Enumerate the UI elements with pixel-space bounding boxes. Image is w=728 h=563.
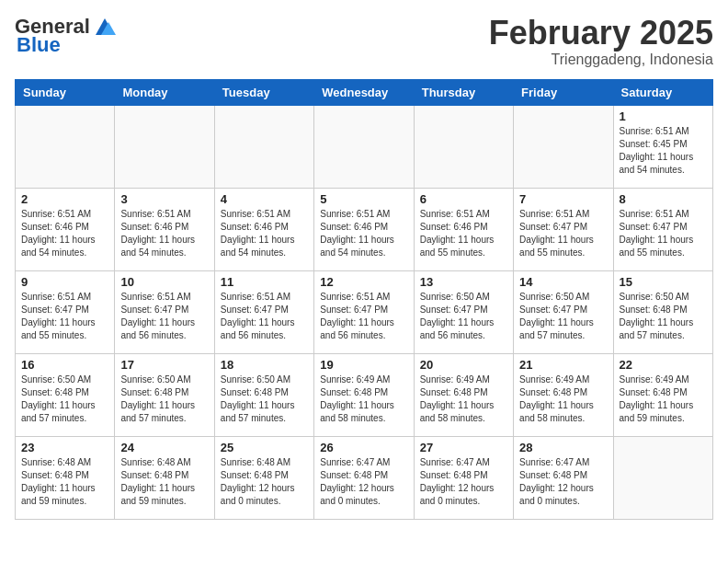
calendar: SundayMondayTuesdayWednesdayThursdayFrid… <box>15 79 713 520</box>
day-number: 3 <box>120 192 208 206</box>
day-info: Sunrise: 6:48 AM Sunset: 6:48 PM Dayligh… <box>21 456 108 508</box>
day-number: 16 <box>21 358 108 372</box>
day-info: Sunrise: 6:51 AM Sunset: 6:47 PM Dayligh… <box>620 208 707 259</box>
weekday-header-saturday: Saturday <box>613 79 712 105</box>
weekday-header-sunday: Sunday <box>16 79 115 105</box>
weekday-header-monday: Monday <box>115 79 214 105</box>
day-info: Sunrise: 6:47 AM Sunset: 6:48 PM Dayligh… <box>420 456 507 508</box>
day-info: Sunrise: 6:49 AM Sunset: 6:48 PM Dayligh… <box>320 373 407 425</box>
day-info: Sunrise: 6:51 AM Sunset: 6:45 PM Dayligh… <box>620 125 707 177</box>
day-info: Sunrise: 6:51 AM Sunset: 6:46 PM Dayligh… <box>320 208 407 259</box>
day-info: Sunrise: 6:51 AM Sunset: 6:47 PM Dayligh… <box>320 291 407 342</box>
day-number: 17 <box>120 358 208 372</box>
day-number: 6 <box>420 192 507 206</box>
day-info: Sunrise: 6:50 AM Sunset: 6:47 PM Dayligh… <box>519 291 607 342</box>
calendar-cell: 25Sunrise: 6:48 AM Sunset: 6:48 PM Dayli… <box>214 436 313 519</box>
calendar-cell: 12Sunrise: 6:51 AM Sunset: 6:47 PM Dayli… <box>314 270 414 353</box>
calendar-cell: 11Sunrise: 6:51 AM Sunset: 6:47 PM Dayli… <box>214 270 313 353</box>
day-number: 12 <box>320 275 407 289</box>
calendar-cell <box>414 105 513 188</box>
calendar-week-row: 1Sunrise: 6:51 AM Sunset: 6:45 PM Daylig… <box>16 105 713 188</box>
day-number: 2 <box>21 192 108 206</box>
calendar-cell: 23Sunrise: 6:48 AM Sunset: 6:48 PM Dayli… <box>16 436 115 519</box>
day-info: Sunrise: 6:48 AM Sunset: 6:48 PM Dayligh… <box>221 456 308 508</box>
calendar-cell: 21Sunrise: 6:49 AM Sunset: 6:48 PM Dayli… <box>514 353 613 436</box>
calendar-week-row: 23Sunrise: 6:48 AM Sunset: 6:48 PM Dayli… <box>16 436 713 519</box>
day-info: Sunrise: 6:50 AM Sunset: 6:48 PM Dayligh… <box>620 291 707 342</box>
day-number: 20 <box>420 358 507 372</box>
day-info: Sunrise: 6:51 AM Sunset: 6:47 PM Dayligh… <box>221 291 308 342</box>
day-number: 11 <box>221 275 308 289</box>
calendar-cell: 17Sunrise: 6:50 AM Sunset: 6:48 PM Dayli… <box>115 353 214 436</box>
day-number: 26 <box>320 441 407 454</box>
day-number: 19 <box>320 358 407 372</box>
day-info: Sunrise: 6:48 AM Sunset: 6:48 PM Dayligh… <box>120 456 208 508</box>
calendar-cell: 18Sunrise: 6:50 AM Sunset: 6:48 PM Dayli… <box>214 353 313 436</box>
month-title: February 2025 <box>489 15 713 52</box>
calendar-cell: 19Sunrise: 6:49 AM Sunset: 6:48 PM Dayli… <box>314 353 414 436</box>
day-info: Sunrise: 6:51 AM Sunset: 6:47 PM Dayligh… <box>120 291 208 342</box>
calendar-cell: 13Sunrise: 6:50 AM Sunset: 6:47 PM Dayli… <box>414 270 513 353</box>
calendar-cell: 27Sunrise: 6:47 AM Sunset: 6:48 PM Dayli… <box>414 436 513 519</box>
day-number: 18 <box>221 358 308 372</box>
weekday-header-tuesday: Tuesday <box>214 79 313 105</box>
day-info: Sunrise: 6:50 AM Sunset: 6:48 PM Dayligh… <box>120 373 208 425</box>
day-info: Sunrise: 6:51 AM Sunset: 6:46 PM Dayligh… <box>420 208 507 259</box>
day-number: 28 <box>519 441 607 454</box>
day-info: Sunrise: 6:50 AM Sunset: 6:48 PM Dayligh… <box>221 373 308 425</box>
calendar-cell: 24Sunrise: 6:48 AM Sunset: 6:48 PM Dayli… <box>115 436 214 519</box>
calendar-week-row: 9Sunrise: 6:51 AM Sunset: 6:47 PM Daylig… <box>16 270 713 353</box>
weekday-header-wednesday: Wednesday <box>314 79 414 105</box>
calendar-cell: 15Sunrise: 6:50 AM Sunset: 6:48 PM Dayli… <box>613 270 712 353</box>
day-number: 10 <box>120 275 208 289</box>
calendar-cell <box>16 105 115 188</box>
day-info: Sunrise: 6:50 AM Sunset: 6:48 PM Dayligh… <box>21 373 108 425</box>
day-number: 4 <box>221 192 308 206</box>
day-info: Sunrise: 6:49 AM Sunset: 6:48 PM Dayligh… <box>620 373 707 425</box>
calendar-week-row: 2Sunrise: 6:51 AM Sunset: 6:46 PM Daylig… <box>16 188 713 270</box>
calendar-week-row: 16Sunrise: 6:50 AM Sunset: 6:48 PM Dayli… <box>16 353 713 436</box>
day-number: 9 <box>21 275 108 289</box>
day-info: Sunrise: 6:51 AM Sunset: 6:46 PM Dayligh… <box>120 208 208 259</box>
calendar-cell: 2Sunrise: 6:51 AM Sunset: 6:46 PM Daylig… <box>16 188 115 270</box>
calendar-cell: 7Sunrise: 6:51 AM Sunset: 6:47 PM Daylig… <box>514 188 613 270</box>
day-number: 13 <box>420 275 507 289</box>
day-number: 21 <box>519 358 607 372</box>
calendar-cell: 6Sunrise: 6:51 AM Sunset: 6:46 PM Daylig… <box>414 188 513 270</box>
page-header: General Blue February 2025 Trienggadeng,… <box>15 15 713 68</box>
day-number: 27 <box>420 441 507 454</box>
calendar-cell <box>214 105 313 188</box>
day-number: 5 <box>320 192 407 206</box>
day-number: 14 <box>519 275 607 289</box>
day-info: Sunrise: 6:51 AM Sunset: 6:47 PM Dayligh… <box>21 291 108 342</box>
weekday-header-friday: Friday <box>514 79 613 105</box>
calendar-cell: 28Sunrise: 6:47 AM Sunset: 6:48 PM Dayli… <box>514 436 613 519</box>
location-title: Trienggadeng, Indonesia <box>489 52 713 68</box>
day-number: 1 <box>620 109 707 123</box>
calendar-cell: 9Sunrise: 6:51 AM Sunset: 6:47 PM Daylig… <box>16 270 115 353</box>
calendar-cell: 20Sunrise: 6:49 AM Sunset: 6:48 PM Dayli… <box>414 353 513 436</box>
calendar-cell: 1Sunrise: 6:51 AM Sunset: 6:45 PM Daylig… <box>613 105 712 188</box>
logo-blue: Blue <box>17 33 61 57</box>
title-area: February 2025 Trienggadeng, Indonesia <box>489 15 713 68</box>
day-number: 7 <box>519 192 607 206</box>
day-info: Sunrise: 6:47 AM Sunset: 6:48 PM Dayligh… <box>320 456 407 508</box>
day-number: 8 <box>620 192 707 206</box>
day-info: Sunrise: 6:51 AM Sunset: 6:46 PM Dayligh… <box>221 208 308 259</box>
day-info: Sunrise: 6:51 AM Sunset: 6:47 PM Dayligh… <box>519 208 607 259</box>
day-info: Sunrise: 6:47 AM Sunset: 6:48 PM Dayligh… <box>519 456 607 508</box>
calendar-cell: 10Sunrise: 6:51 AM Sunset: 6:47 PM Dayli… <box>115 270 214 353</box>
calendar-cell <box>115 105 214 188</box>
calendar-cell: 26Sunrise: 6:47 AM Sunset: 6:48 PM Dayli… <box>314 436 414 519</box>
day-number: 15 <box>620 275 707 289</box>
calendar-cell: 14Sunrise: 6:50 AM Sunset: 6:47 PM Dayli… <box>514 270 613 353</box>
day-info: Sunrise: 6:49 AM Sunset: 6:48 PM Dayligh… <box>519 373 607 425</box>
day-info: Sunrise: 6:50 AM Sunset: 6:47 PM Dayligh… <box>420 291 507 342</box>
day-number: 24 <box>120 441 208 454</box>
weekday-header-thursday: Thursday <box>414 79 513 105</box>
day-info: Sunrise: 6:51 AM Sunset: 6:46 PM Dayligh… <box>21 208 108 259</box>
calendar-cell: 8Sunrise: 6:51 AM Sunset: 6:47 PM Daylig… <box>613 188 712 270</box>
calendar-cell: 5Sunrise: 6:51 AM Sunset: 6:46 PM Daylig… <box>314 188 414 270</box>
day-info: Sunrise: 6:49 AM Sunset: 6:48 PM Dayligh… <box>420 373 507 425</box>
calendar-cell <box>314 105 414 188</box>
